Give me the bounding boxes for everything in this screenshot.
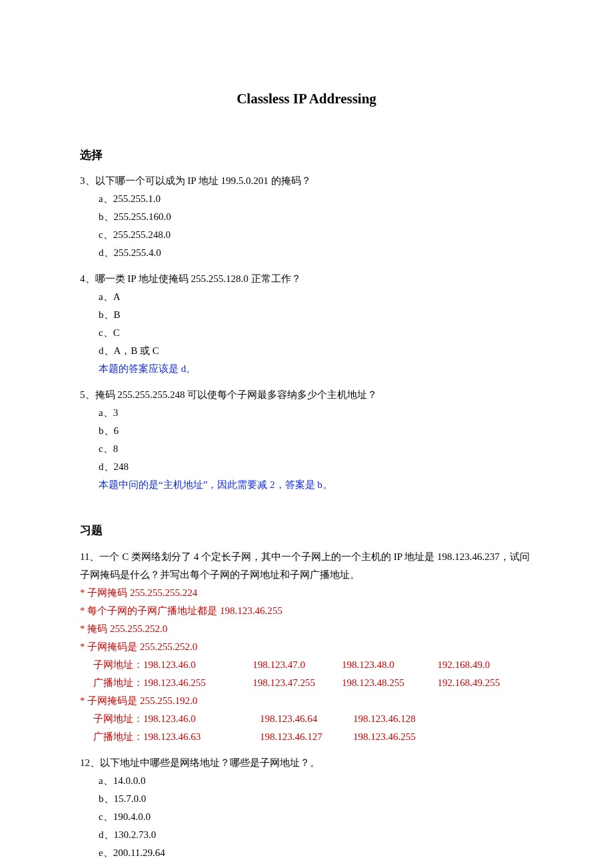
q11-t2-cell: 198.123.46.64: [260, 710, 353, 728]
q12-option-c: c、190.4.0.0: [99, 808, 533, 826]
section-head-choice: 选择: [80, 145, 533, 166]
q11-t1-cell: 198.123.48.0: [342, 656, 437, 674]
q5-option-b: b、6: [99, 422, 533, 440]
q11-answer-line-1: * 子网掩码 255.255.255.224: [80, 584, 533, 602]
question-3: 3、以下哪一个可以成为 IP 地址 199.5.0.201 的掩码？ a、255…: [80, 172, 533, 262]
q11-t2-cell: 198.123.46.127: [260, 728, 353, 746]
q11-answer-line-2: * 每个子网的子网广播地址都是 198.123.46.255: [80, 602, 533, 620]
q5-stem: 5、掩码 255.255.255.248 可以使每个子网最多容纳多少个主机地址？: [80, 386, 533, 404]
q3-option-d: d、255.255.4.0: [99, 244, 533, 262]
q11-t1-cell: 198.123.47.255: [253, 674, 342, 692]
question-4: 4、哪一类 IP 地址使掩码 255.255.128.0 正常工作？ a、A b…: [80, 270, 533, 378]
q5-option-a: a、3: [99, 404, 533, 422]
page-title: Classless IP Addressing: [80, 87, 533, 112]
q3-option-a: a、255.255.1.0: [99, 190, 533, 208]
q11-table-2: 子网地址：198.123.46.0 广播地址：198.123.46.63 198…: [93, 710, 533, 746]
question-5: 5、掩码 255.255.255.248 可以使每个子网最多容纳多少个主机地址？…: [80, 386, 533, 494]
q12-option-b: b、15.7.0.0: [99, 790, 533, 808]
q11-t1-cell: 198.123.47.0: [253, 656, 342, 674]
q4-option-c: c、C: [99, 324, 533, 342]
q3-option-c: c、255.255.248.0: [99, 226, 533, 244]
q5-answer-note: 本题中问的是“主机地址”，因此需要减 2，答案是 b。: [99, 476, 533, 494]
question-11: 11、一个 C 类网络划分了 4 个定长子网，其中一个子网上的一个主机的 IP …: [80, 548, 533, 746]
q11-t2-broadcast-label: 广播地址：198.123.46.63: [93, 728, 260, 746]
q11-answer-line-4: * 子网掩码是 255.255.252.0: [80, 638, 533, 656]
q4-option-d: d、A，B 或 C: [99, 342, 533, 360]
q3-option-b: b、255.255.160.0: [99, 208, 533, 226]
q11-t2-cell: 198.123.46.255: [353, 728, 453, 746]
q12-stem: 12、以下地址中哪些是网络地址？哪些是子网地址？。: [80, 754, 533, 772]
q11-t1-cell: 192.168.49.255: [438, 674, 533, 692]
document-page: Classless IP Addressing 选择 3、以下哪一个可以成为 I…: [0, 0, 613, 868]
q11-table-1: 子网地址：198.123.46.0 广播地址：198.123.46.255 19…: [93, 656, 533, 692]
q11-t2-cell: 198.123.46.128: [353, 710, 453, 728]
question-12: 12、以下地址中哪些是网络地址？哪些是子网地址？。 a、14.0.0.0 b、1…: [80, 754, 533, 862]
q5-option-c: c、8: [99, 440, 533, 458]
q5-option-d: d、248: [99, 458, 533, 476]
q11-answer-line-3: * 掩码 255.255.252.0: [80, 620, 533, 638]
q3-stem: 3、以下哪一个可以成为 IP 地址 199.5.0.201 的掩码？: [80, 172, 533, 190]
q11-t1-cell: 198.123.48.255: [342, 674, 437, 692]
q4-option-b: b、B: [99, 306, 533, 324]
q4-option-a: a、A: [99, 288, 533, 306]
q11-t1-subnet-label: 子网地址：198.123.46.0: [93, 656, 253, 674]
q11-t1-cell: 192.168.49.0: [438, 656, 533, 674]
q11-stem: 11、一个 C 类网络划分了 4 个定长子网，其中一个子网上的一个主机的 IP …: [80, 548, 533, 584]
q12-option-a: a、14.0.0.0: [99, 772, 533, 790]
q11-t2-subnet-label: 子网地址：198.123.46.0: [93, 710, 260, 728]
q11-answer-line-5: * 子网掩码是 255.255.192.0: [80, 692, 533, 710]
q12-option-d: d、130.2.73.0: [99, 826, 533, 844]
q4-answer-note: 本题的答案应该是 d。: [99, 360, 533, 378]
q11-t1-broadcast-label: 广播地址：198.123.46.255: [93, 674, 253, 692]
q12-option-e: e、200.11.29.64: [99, 844, 533, 862]
section-head-exercises: 习题: [80, 521, 533, 541]
q4-stem: 4、哪一类 IP 地址使掩码 255.255.128.0 正常工作？: [80, 270, 533, 288]
